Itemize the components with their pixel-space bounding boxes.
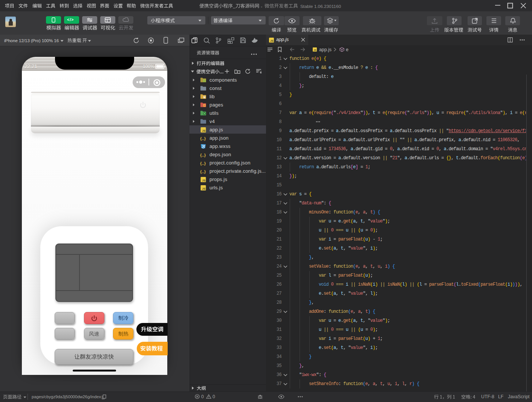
svg-text:JS: JS [202, 129, 205, 132]
svg-text:JS: JS [202, 187, 205, 190]
svg-text:{..}: {..} [200, 161, 206, 166]
svg-text:{..}: {..} [200, 153, 206, 157]
svg-text:JS: JS [270, 40, 274, 42]
svg-text:JS: JS [313, 49, 316, 51]
svg-text:{..}: {..} [200, 136, 206, 141]
svg-text:JS: JS [202, 179, 205, 182]
svg-text:{..}: {..} [200, 169, 206, 174]
